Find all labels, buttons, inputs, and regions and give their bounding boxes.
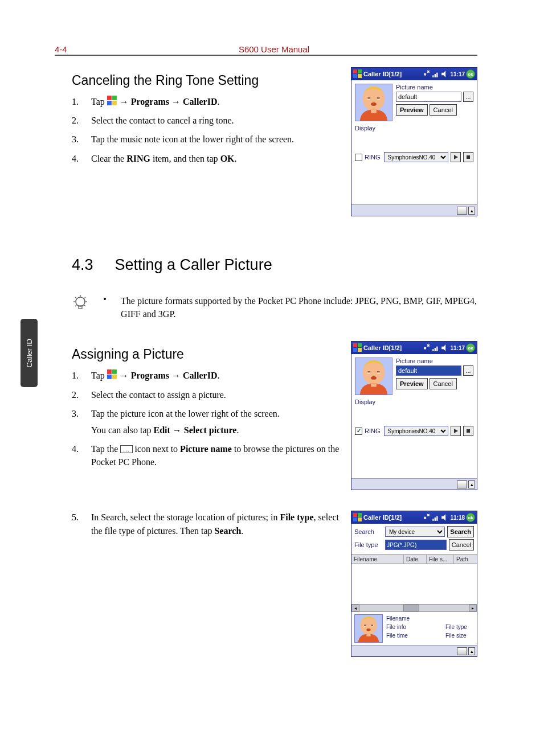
ring-select[interactable]: SymphoniesNO.40 bbox=[384, 152, 449, 162]
col-date[interactable]: Date bbox=[404, 555, 427, 564]
ok-button[interactable]: ok bbox=[466, 343, 475, 352]
volume-icon[interactable] bbox=[441, 70, 449, 78]
search-button[interactable]: Search bbox=[447, 526, 474, 537]
step-1: 1. Tap → Programs → CallerID. bbox=[72, 369, 345, 382]
browse-inline-icon: ... bbox=[120, 445, 132, 453]
window-title: Caller ID[1/2] bbox=[363, 514, 422, 521]
titlebar: Caller ID[1/2] 11:18 ok bbox=[351, 511, 477, 524]
volume-icon[interactable] bbox=[441, 344, 449, 352]
step-4: 4. Clear the RING item, and then tap OK. bbox=[72, 152, 345, 165]
file-info-panel: Filename File info File time File type F… bbox=[351, 612, 477, 645]
stop-button[interactable] bbox=[463, 426, 473, 436]
ring-label: RING bbox=[365, 428, 381, 434]
connectivity-icon[interactable] bbox=[423, 513, 431, 521]
keyboard-icon[interactable] bbox=[457, 480, 467, 488]
tip-icon bbox=[72, 294, 89, 314]
svg-rect-24 bbox=[467, 155, 470, 159]
start-menu-icon[interactable] bbox=[353, 513, 362, 522]
scroll-right-icon[interactable]: ▸ bbox=[469, 605, 477, 611]
info-fileinfo: File info bbox=[386, 623, 445, 631]
step-3: 3. Tap the picture icon at the lower rig… bbox=[72, 407, 345, 437]
svg-rect-25 bbox=[433, 350, 434, 352]
screenshot-callerid-search: Caller ID[1/2] 11:18 ok Search My device bbox=[351, 511, 477, 657]
keyboard-icon[interactable] bbox=[457, 207, 467, 215]
heading-4-3: 4.3 Setting a Caller Picture bbox=[72, 256, 477, 274]
cancel-button[interactable]: Cancel bbox=[449, 539, 474, 550]
play-button[interactable] bbox=[451, 426, 461, 436]
clock: 11:17 bbox=[450, 71, 465, 77]
sip-bar: ▴ bbox=[351, 204, 477, 216]
ok-button[interactable]: ok bbox=[466, 513, 475, 522]
signal-icon[interactable] bbox=[432, 70, 440, 78]
picture-name-input[interactable] bbox=[396, 365, 461, 376]
sip-up-icon[interactable]: ▴ bbox=[468, 480, 475, 488]
section-tab-callerid: Caller ID bbox=[21, 319, 38, 387]
stop-button[interactable] bbox=[463, 152, 473, 162]
preview-thumbnail bbox=[354, 614, 383, 643]
start-menu-icon[interactable] bbox=[353, 343, 362, 352]
filetype-select[interactable] bbox=[385, 540, 447, 550]
ok-button[interactable]: ok bbox=[466, 69, 475, 79]
sip-up-icon[interactable]: ▴ bbox=[468, 647, 475, 655]
display-label: Display bbox=[351, 125, 477, 134]
connectivity-icon[interactable] bbox=[423, 344, 431, 352]
keyboard-icon[interactable] bbox=[457, 647, 467, 655]
cancel-button[interactable]: Cancel bbox=[430, 104, 457, 116]
preview-button[interactable]: Preview bbox=[396, 378, 428, 389]
svg-rect-22 bbox=[435, 74, 436, 77]
search-label: Search bbox=[354, 528, 383, 535]
play-button[interactable] bbox=[451, 152, 461, 162]
svg-rect-26 bbox=[435, 348, 436, 351]
screenshot-callerid-ring-unchecked: Caller ID[1/2] 11:17 ok Picture name bbox=[351, 67, 477, 216]
step-3: 3.Tap the music note icon at the lower r… bbox=[72, 133, 345, 146]
col-filename[interactable]: Filename bbox=[351, 555, 404, 564]
cancel-button[interactable]: Cancel bbox=[430, 378, 457, 389]
info-filename: Filename bbox=[386, 614, 445, 623]
browse-button[interactable]: ... bbox=[463, 365, 473, 376]
contact-avatar[interactable] bbox=[355, 84, 392, 121]
window-title: Caller ID[1/2] bbox=[363, 344, 422, 351]
titlebar: Caller ID[1/2] 11:17 ok bbox=[351, 342, 477, 354]
step-2: 2.Select the contact to cancel a ring to… bbox=[72, 114, 345, 127]
sip-up-icon[interactable]: ▴ bbox=[468, 207, 475, 215]
step-2: 2.Select the contact to assign a picture… bbox=[72, 388, 345, 401]
info-filesize: File size bbox=[445, 631, 474, 640]
col-filesize[interactable]: File s... bbox=[427, 555, 454, 564]
horizontal-scrollbar[interactable]: ◂ ▸ bbox=[351, 604, 477, 612]
scroll-left-icon[interactable]: ◂ bbox=[351, 605, 359, 611]
svg-rect-28 bbox=[467, 429, 470, 433]
results-list[interactable] bbox=[351, 564, 477, 604]
display-label: Display bbox=[351, 398, 477, 408]
browse-button[interactable]: ... bbox=[463, 92, 473, 102]
step-4: 4. Tap the ... icon next to Picture name… bbox=[72, 442, 345, 469]
ring-row: ✓ RING SymphoniesNO.40 bbox=[351, 424, 477, 438]
ring-label: RING bbox=[365, 154, 381, 161]
signal-icon[interactable] bbox=[432, 344, 440, 352]
connectivity-icon[interactable] bbox=[423, 70, 431, 78]
heading-assign-picture: Assigning a Picture bbox=[72, 347, 345, 362]
scroll-thumb[interactable] bbox=[403, 605, 419, 611]
picture-name-label: Picture name bbox=[396, 84, 473, 91]
screenshot-callerid-ring-checked: Caller ID[1/2] 11:17 ok Picture name bbox=[351, 341, 477, 490]
picture-name-label: Picture name bbox=[396, 358, 473, 364]
ring-checkbox[interactable]: ✓ bbox=[355, 428, 362, 435]
filetype-label: File type bbox=[354, 541, 383, 548]
search-location-select[interactable]: My device bbox=[385, 527, 445, 537]
sip-bar: ▴ bbox=[351, 478, 477, 490]
ring-checkbox[interactable] bbox=[355, 154, 362, 161]
col-path[interactable]: Path bbox=[454, 555, 477, 564]
ring-select[interactable]: SymphoniesNO.40 bbox=[384, 426, 449, 436]
start-menu-icon[interactable] bbox=[353, 69, 362, 79]
svg-rect-31 bbox=[437, 516, 438, 521]
signal-icon[interactable] bbox=[432, 513, 440, 521]
volume-icon[interactable] bbox=[441, 513, 449, 521]
contact-avatar[interactable] bbox=[355, 358, 392, 395]
picture-name-input[interactable] bbox=[396, 92, 461, 102]
results-header: Filename Date File s... Path bbox=[351, 554, 477, 564]
titlebar: Caller ID[1/2] 11:17 ok bbox=[351, 68, 477, 80]
svg-rect-21 bbox=[433, 75, 434, 77]
svg-rect-27 bbox=[437, 347, 438, 351]
info-filetype: File type bbox=[445, 623, 474, 631]
ring-row: RING SymphoniesNO.40 bbox=[351, 150, 477, 165]
preview-button[interactable]: Preview bbox=[396, 104, 428, 116]
